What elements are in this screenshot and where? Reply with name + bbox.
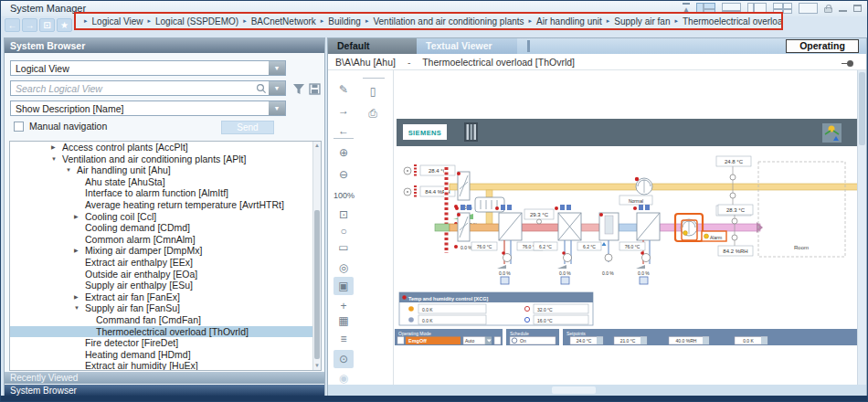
setpoint-spinner[interactable]: 0.0 K [735, 337, 767, 345]
tree-scrollbar[interactable]: ▲ ▼ [312, 142, 321, 370]
tree-item[interactable]: Supply air fan [FanSu] [10, 302, 321, 314]
tree-item[interactable]: Cooling coil [Ccl] [10, 211, 321, 223]
room-label: Room [794, 245, 809, 250]
expander-icon[interactable] [51, 142, 62, 153]
favorites-button[interactable]: ★ [57, 18, 72, 32]
schematic-canvas[interactable]: SIEMENS [395, 70, 857, 385]
zoom-out-icon[interactable]: ⊖ [333, 165, 354, 184]
scrollbar-thumb[interactable] [552, 386, 596, 394]
maximize-button[interactable] [853, 5, 862, 12]
canvas-horizontal-scrollbar[interactable] [328, 385, 866, 396]
forward-button[interactable]: → [22, 18, 37, 32]
search-field[interactable]: ▼ [10, 80, 286, 96]
expander-icon[interactable] [51, 153, 62, 165]
zoom-in-icon[interactable]: ⊕ [333, 143, 354, 162]
viewport-icon[interactable]: ▭ [333, 238, 354, 257]
expander-icon[interactable] [66, 164, 77, 176]
tree-item-selected[interactable]: Thermoelectrical overload [ThOvrld] [10, 326, 321, 338]
back-button[interactable]: ← [5, 18, 20, 32]
view-select[interactable]: Logical View ▼ [10, 60, 286, 76]
breadcrumb-item[interactable]: Logical (SSPDEMO) [155, 16, 238, 26]
chevron-down-icon[interactable]: ▼ [269, 61, 285, 75]
breadcrumb-item[interactable]: Ventilation and air conditioning plants [373, 16, 524, 26]
new-page-icon[interactable]: ▯ [363, 82, 383, 100]
scrollbar-thumb[interactable] [859, 72, 865, 145]
minimize-button[interactable] [839, 5, 847, 12]
valve-pct: 0.0 % [602, 270, 614, 276]
extract-fan-status: Normal [629, 198, 643, 204]
tree-item[interactable]: Outside air enthalpy [EOa] [10, 269, 321, 280]
goto-view-button[interactable]: ⊡ [39, 18, 55, 32]
setpoint-spinner[interactable]: 21.0 °C [614, 337, 647, 345]
tab-default[interactable]: Default [328, 38, 417, 54]
zoom-window-icon[interactable]: ◎ [333, 259, 354, 277]
tree-item[interactable]: Extract air humidity [HuEx] [10, 360, 321, 371]
scroll-up-icon[interactable]: ▲ [313, 142, 321, 150]
heat-recovery-2[interactable] [633, 205, 660, 240]
breadcrumb-item[interactable]: Building [328, 16, 361, 26]
recently-viewed-bar[interactable]: Recently Viewed [5, 372, 324, 384]
tree-item[interactable]: Ventilation and air conditioning plants … [10, 153, 321, 165]
tree-item[interactable]: Air handling unit [Ahu] [10, 164, 321, 176]
tree-item[interactable]: Fire detector [FireDet] [10, 337, 321, 349]
cooling-coil[interactable] [555, 205, 581, 240]
tree-item[interactable]: Mixing air damper [DmpMx] [10, 245, 321, 257]
tree-item[interactable]: Common alarm [CmnAlm] [10, 234, 321, 246]
description-select[interactable]: Show Description [Name] ▼ [10, 100, 286, 116]
expander-icon[interactable] [74, 245, 85, 257]
temp-humidity-control-panel[interactable]: Temp and humidity control [XCG] 0.0 K 32… [399, 292, 593, 325]
setpoint-spinner[interactable]: 24.0 °C [570, 337, 603, 345]
print-icon[interactable]: ⎙ [363, 104, 383, 122]
layers-icon[interactable]: ≡ [333, 330, 354, 348]
breadcrumb-item[interactable]: Logical View [92, 16, 143, 26]
expander-icon[interactable] [74, 302, 85, 314]
tree-item[interactable]: Cooling demand [CDmd] [10, 222, 321, 234]
breadcrumb-item[interactable]: BACnetNetwork [251, 16, 316, 26]
layout-preset-5-button[interactable] [799, 3, 818, 14]
tree-item[interactable]: Interface to alarm function [AlmItf] [10, 187, 321, 199]
filter-icon[interactable] [292, 82, 309, 97]
save-icon[interactable] [309, 82, 325, 97]
navigate-back-icon[interactable]: ← [333, 122, 354, 140]
tree-item[interactable]: Access control plants [AccPlt] [10, 142, 321, 153]
tree-item[interactable]: Average heating return temperature [Avrt… [10, 199, 321, 211]
scrollbar-thumb[interactable] [314, 210, 320, 359]
selection-tool-icon[interactable]: ▣ [333, 277, 354, 295]
edit-pen-icon[interactable]: ✎ [333, 80, 354, 99]
canvas-vertical-scrollbar[interactable] [857, 70, 866, 385]
recirculation-damper[interactable] [475, 197, 504, 212]
tree-item[interactable]: Supply air enthalpy [ESu] [10, 280, 321, 291]
breadcrumb-item[interactable]: Supply air fan [614, 16, 670, 26]
related-items-icon[interactable]: ⊙ [333, 350, 354, 368]
op-mode-edit-button[interactable] [494, 337, 501, 345]
tree-item[interactable]: Extract air enthalpy [EEx] [10, 257, 321, 269]
expander-icon[interactable] [74, 211, 85, 223]
extract-fan[interactable]: Normal [619, 177, 652, 205]
navigate-forward-icon[interactable]: → [333, 101, 354, 120]
tree-item[interactable]: Heating demand [HDmd] [10, 349, 321, 361]
setpoint-spinner[interactable]: 40.0 %RH [669, 337, 709, 345]
lock-icon[interactable] [824, 7, 832, 13]
tree-item[interactable]: Command fan [CmdFan] [10, 314, 321, 326]
zoom-level-label[interactable]: 100% [333, 186, 354, 205]
chevron-down-icon[interactable]: ▼ [269, 101, 285, 115]
expander-icon[interactable] [74, 291, 85, 303]
pin-icon[interactable] [847, 60, 853, 67]
align-grid-icon[interactable]: ▦ [333, 312, 354, 330]
chevron-down-icon[interactable]: ▼ [269, 81, 285, 95]
breadcrumb-item[interactable]: Thermoelectrical overload [683, 16, 783, 26]
plant-icon[interactable] [822, 123, 842, 143]
operating-button[interactable]: Operating [786, 39, 859, 53]
tree-item[interactable]: Ahu state [AhuSta] [10, 176, 321, 188]
scroll-down-icon[interactable]: ▼ [313, 362, 321, 370]
search-input[interactable] [11, 82, 256, 95]
tab-textual-viewer[interactable]: Textual Viewer [417, 38, 517, 54]
zoom-fit-icon[interactable]: ⊡ [333, 206, 354, 224]
op-mode-label: Operating Mode [398, 331, 431, 336]
tree-item[interactable]: Extract air fan [FanEx] [10, 291, 321, 303]
valve-pct: 0.0 % [559, 270, 571, 276]
breadcrumb-item[interactable]: Air handling unit [536, 16, 602, 26]
air-intake-boundary [444, 167, 449, 253]
magnifier-icon[interactable]: ○ [333, 222, 354, 240]
send-button[interactable]: Send [221, 121, 274, 134]
